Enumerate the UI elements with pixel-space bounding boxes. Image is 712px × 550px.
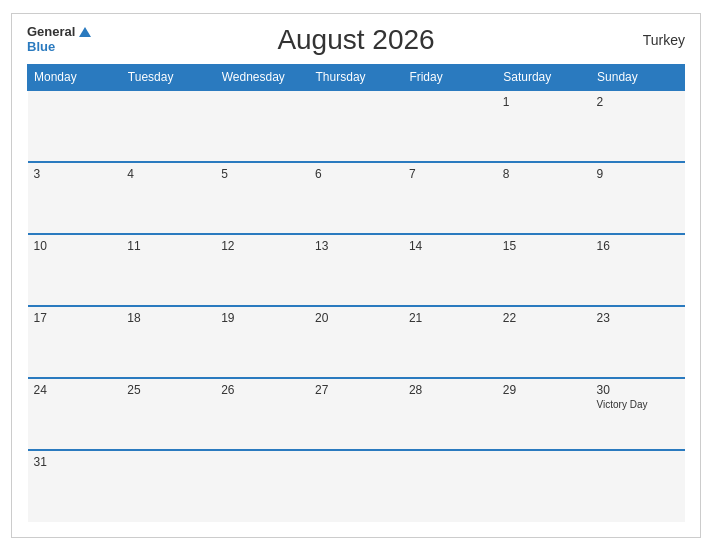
calendar-cell: 4 <box>121 162 215 234</box>
day-number: 12 <box>221 239 303 253</box>
day-number: 25 <box>127 383 209 397</box>
calendar-cell: 12 <box>215 234 309 306</box>
calendar-cell: 16 <box>591 234 685 306</box>
calendar-cell: 24 <box>28 378 122 450</box>
calendar-cell: 3 <box>28 162 122 234</box>
day-number: 6 <box>315 167 397 181</box>
calendar-cell <box>215 90 309 162</box>
calendar-header: General Blue August 2026 Turkey <box>27 24 685 56</box>
calendar-cell: 2 <box>591 90 685 162</box>
weekday-header-row: MondayTuesdayWednesdayThursdayFridaySatu… <box>28 64 685 90</box>
day-number: 28 <box>409 383 491 397</box>
calendar-cell <box>121 450 215 522</box>
day-number: 29 <box>503 383 585 397</box>
day-number: 9 <box>597 167 679 181</box>
calendar-cell <box>591 450 685 522</box>
calendar-cell: 9 <box>591 162 685 234</box>
day-number: 21 <box>409 311 491 325</box>
day-number: 20 <box>315 311 397 325</box>
day-number: 3 <box>34 167 116 181</box>
week-row-1: 3456789 <box>28 162 685 234</box>
day-number: 17 <box>34 311 116 325</box>
calendar-cell: 23 <box>591 306 685 378</box>
day-number: 5 <box>221 167 303 181</box>
calendar-cell: 30Victory Day <box>591 378 685 450</box>
calendar-cell: 1 <box>497 90 591 162</box>
calendar-cell: 29 <box>497 378 591 450</box>
day-number: 15 <box>503 239 585 253</box>
day-number: 1 <box>503 95 585 109</box>
week-row-0: 12 <box>28 90 685 162</box>
logo-general-text: General <box>27 25 75 39</box>
day-number: 13 <box>315 239 397 253</box>
day-number: 24 <box>34 383 116 397</box>
day-number: 2 <box>597 95 679 109</box>
week-row-4: 24252627282930Victory Day <box>28 378 685 450</box>
calendar-container: General Blue August 2026 Turkey MondayTu… <box>11 13 701 538</box>
day-number: 7 <box>409 167 491 181</box>
calendar-cell <box>309 450 403 522</box>
calendar-grid: MondayTuesdayWednesdayThursdayFridaySatu… <box>27 64 685 522</box>
day-number: 4 <box>127 167 209 181</box>
calendar-cell <box>215 450 309 522</box>
calendar-cell: 22 <box>497 306 591 378</box>
weekday-header-thursday: Thursday <box>309 64 403 90</box>
calendar-title: August 2026 <box>277 24 434 56</box>
country-label: Turkey <box>643 32 685 48</box>
calendar-cell: 10 <box>28 234 122 306</box>
weekday-header-monday: Monday <box>28 64 122 90</box>
calendar-cell: 21 <box>403 306 497 378</box>
calendar-cell: 19 <box>215 306 309 378</box>
calendar-cell: 5 <box>215 162 309 234</box>
calendar-cell <box>309 90 403 162</box>
week-row-5: 31 <box>28 450 685 522</box>
weekday-header-saturday: Saturday <box>497 64 591 90</box>
calendar-cell: 18 <box>121 306 215 378</box>
weekday-header-tuesday: Tuesday <box>121 64 215 90</box>
day-number: 22 <box>503 311 585 325</box>
calendar-cell: 14 <box>403 234 497 306</box>
calendar-cell <box>28 90 122 162</box>
day-event: Victory Day <box>597 399 648 410</box>
calendar-cell <box>497 450 591 522</box>
calendar-cell: 6 <box>309 162 403 234</box>
day-number: 16 <box>597 239 679 253</box>
calendar-cell: 20 <box>309 306 403 378</box>
day-number: 10 <box>34 239 116 253</box>
week-row-2: 10111213141516 <box>28 234 685 306</box>
weekday-header-wednesday: Wednesday <box>215 64 309 90</box>
calendar-cell: 15 <box>497 234 591 306</box>
calendar-cell: 31 <box>28 450 122 522</box>
day-number: 11 <box>127 239 209 253</box>
day-number: 26 <box>221 383 303 397</box>
calendar-cell: 26 <box>215 378 309 450</box>
day-number: 30 <box>597 383 679 397</box>
day-number: 8 <box>503 167 585 181</box>
calendar-cell: 8 <box>497 162 591 234</box>
logo-triangle-icon <box>79 27 91 37</box>
day-number: 31 <box>34 455 116 469</box>
calendar-cell <box>403 90 497 162</box>
day-number: 19 <box>221 311 303 325</box>
calendar-cell: 28 <box>403 378 497 450</box>
calendar-cell <box>403 450 497 522</box>
day-number: 18 <box>127 311 209 325</box>
day-number: 23 <box>597 311 679 325</box>
logo-blue-text: Blue <box>27 40 91 54</box>
calendar-cell: 25 <box>121 378 215 450</box>
weekday-header-friday: Friday <box>403 64 497 90</box>
week-row-3: 17181920212223 <box>28 306 685 378</box>
calendar-cell: 13 <box>309 234 403 306</box>
weekday-header-sunday: Sunday <box>591 64 685 90</box>
calendar-cell: 11 <box>121 234 215 306</box>
calendar-cell: 27 <box>309 378 403 450</box>
day-number: 27 <box>315 383 397 397</box>
calendar-cell: 7 <box>403 162 497 234</box>
day-number: 14 <box>409 239 491 253</box>
calendar-cell: 17 <box>28 306 122 378</box>
calendar-cell <box>121 90 215 162</box>
logo: General Blue <box>27 25 91 54</box>
